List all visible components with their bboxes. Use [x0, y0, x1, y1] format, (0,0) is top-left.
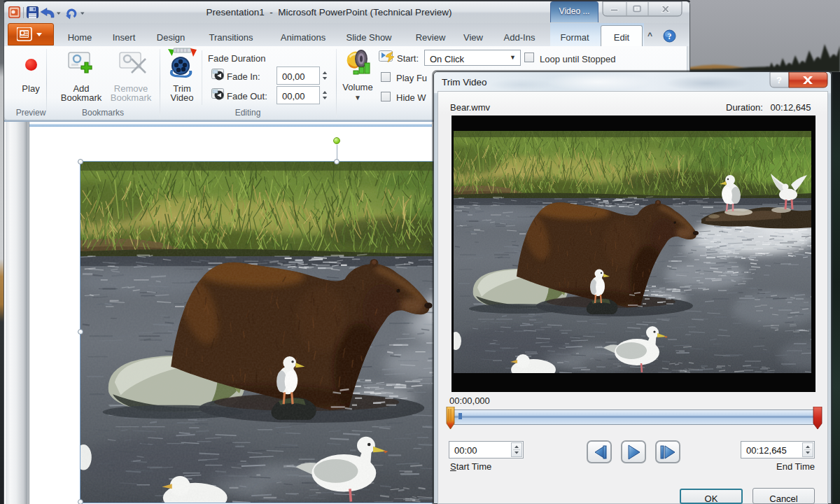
svg-text:?: ?	[776, 75, 782, 85]
svg-text:?: ?	[668, 31, 672, 41]
